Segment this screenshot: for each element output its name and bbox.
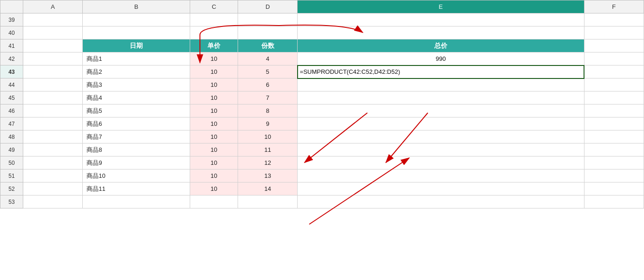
cell-d45[interactable]: 7 (238, 91, 297, 104)
cell-b51[interactable]: 商品10 (83, 169, 190, 182)
cell-b52[interactable]: 商品11 (83, 182, 190, 195)
col-header-c[interactable]: C (190, 0, 238, 13)
cell-a41[interactable] (23, 39, 82, 52)
cell-c40[interactable] (190, 26, 238, 39)
cell-b48[interactable]: 商品7 (83, 130, 190, 143)
col-header-d[interactable]: D (238, 0, 297, 13)
cell-a39[interactable] (23, 13, 82, 26)
cell-c46[interactable]: 10 (190, 104, 238, 117)
cell-e43-formula[interactable]: =SUMPRODUCT(C42:C52,D42:D52) (298, 65, 584, 78)
cell-f41[interactable] (584, 39, 644, 52)
cell-c47[interactable]: 10 (190, 117, 238, 130)
cell-e53[interactable] (298, 195, 584, 208)
cell-a46[interactable] (23, 104, 82, 117)
cell-d49[interactable]: 11 (238, 143, 297, 156)
cell-f47[interactable] (584, 117, 644, 130)
cell-c50[interactable]: 10 (190, 156, 238, 169)
cell-b42[interactable]: 商品1 (83, 52, 190, 65)
cell-a51[interactable] (23, 169, 82, 182)
cell-e41-header[interactable]: 总价 (298, 39, 584, 52)
cell-f40[interactable] (584, 26, 644, 39)
cell-b43[interactable]: 商品2 (83, 65, 190, 78)
cell-d40[interactable] (238, 26, 297, 39)
cell-c42[interactable]: 10 (190, 52, 238, 65)
cell-e49[interactable] (298, 143, 584, 156)
cell-a43[interactable] (23, 65, 82, 78)
cell-b46[interactable]: 商品5 (83, 104, 190, 117)
cell-f48[interactable] (584, 130, 644, 143)
cell-d39[interactable] (238, 13, 297, 26)
cell-c44[interactable]: 10 (190, 78, 238, 91)
cell-a48[interactable] (23, 130, 82, 143)
cell-d52[interactable]: 14 (238, 182, 297, 195)
cell-a42[interactable] (23, 52, 82, 65)
cell-d50[interactable]: 12 (238, 156, 297, 169)
cell-c41-header[interactable]: 单价 (190, 39, 238, 52)
cell-b49[interactable]: 商品8 (83, 143, 190, 156)
cell-c53[interactable] (190, 195, 238, 208)
cell-c49[interactable]: 10 (190, 143, 238, 156)
cell-f46[interactable] (584, 104, 644, 117)
cell-d43[interactable]: 5 (238, 65, 297, 78)
cell-b44[interactable]: 商品3 (83, 78, 190, 91)
cell-e42[interactable]: 990 (298, 52, 584, 65)
cell-c45[interactable]: 10 (190, 91, 238, 104)
table-row: 50 商品9 10 12 (0, 156, 644, 169)
cell-f44[interactable] (584, 78, 644, 91)
grid-table: A B C D E F 39 40 (0, 0, 644, 208)
cell-f53[interactable] (584, 195, 644, 208)
cell-b47[interactable]: 商品6 (83, 117, 190, 130)
cell-c43[interactable]: 10 (190, 65, 238, 78)
cell-c51[interactable]: 10 (190, 169, 238, 182)
cell-f45[interactable] (584, 91, 644, 104)
table-row: 46 商品5 10 8 (0, 104, 644, 117)
cell-f49[interactable] (584, 143, 644, 156)
cell-d51[interactable]: 13 (238, 169, 297, 182)
cell-c52[interactable]: 10 (190, 182, 238, 195)
cell-c39[interactable] (190, 13, 238, 26)
cell-d42[interactable]: 4 (238, 52, 297, 65)
cell-e40[interactable] (298, 26, 584, 39)
cell-a44[interactable] (23, 78, 82, 91)
cell-f51[interactable] (584, 169, 644, 182)
col-header-f[interactable]: F (584, 0, 644, 13)
col-header-a[interactable]: A (23, 0, 82, 13)
cell-d44[interactable]: 6 (238, 78, 297, 91)
cell-b40[interactable] (83, 26, 190, 39)
cell-b39[interactable] (83, 13, 190, 26)
cell-a53[interactable] (23, 195, 82, 208)
cell-d53[interactable] (238, 195, 297, 208)
cell-e46[interactable] (298, 104, 584, 117)
cell-a50[interactable] (23, 156, 82, 169)
cell-e44[interactable] (298, 78, 584, 91)
cell-e47[interactable] (298, 117, 584, 130)
cell-a47[interactable] (23, 117, 82, 130)
cell-b45[interactable]: 商品4 (83, 91, 190, 104)
cell-c48[interactable]: 10 (190, 130, 238, 143)
cell-f52[interactable] (584, 182, 644, 195)
cell-e51[interactable] (298, 169, 584, 182)
cell-a49[interactable] (23, 143, 82, 156)
cell-e52[interactable] (298, 182, 584, 195)
cell-b41-header[interactable]: 日期 (83, 39, 190, 52)
cell-a45[interactable] (23, 91, 82, 104)
col-header-b[interactable]: B (83, 0, 190, 13)
cell-b50[interactable]: 商品9 (83, 156, 190, 169)
cell-e39[interactable] (298, 13, 584, 26)
cell-e45[interactable] (298, 91, 584, 104)
cell-f42[interactable] (584, 52, 644, 65)
cell-a40[interactable] (23, 26, 82, 39)
cell-e48[interactable] (298, 130, 584, 143)
cell-d48[interactable]: 10 (238, 130, 297, 143)
cell-d46[interactable]: 8 (238, 104, 297, 117)
cell-d41-header[interactable]: 份数 (238, 39, 297, 52)
cell-e50[interactable] (298, 156, 584, 169)
col-header-e[interactable]: E (298, 0, 584, 13)
cell-d47[interactable]: 9 (238, 117, 297, 130)
cell-f50[interactable] (584, 156, 644, 169)
cell-f39[interactable] (584, 13, 644, 26)
cell-a52[interactable] (23, 182, 82, 195)
table-row: 52 商品11 10 14 (0, 182, 644, 195)
cell-b53[interactable] (83, 195, 190, 208)
cell-f43[interactable] (584, 65, 644, 78)
